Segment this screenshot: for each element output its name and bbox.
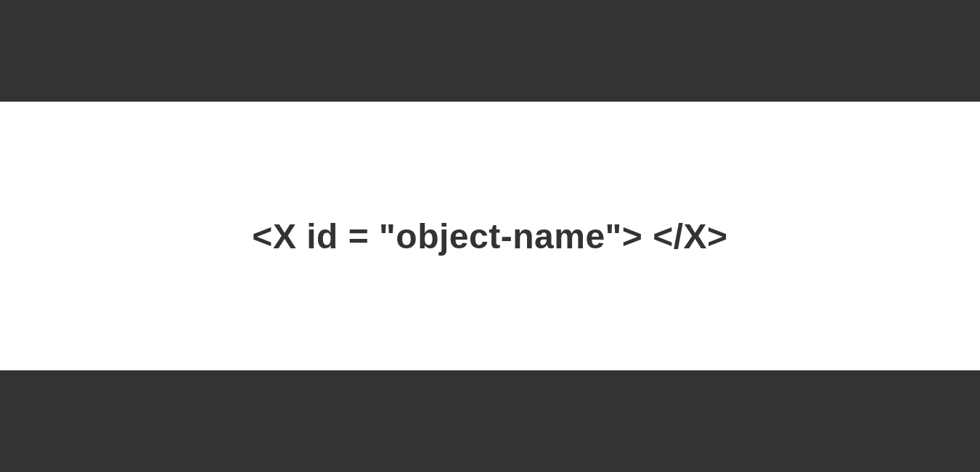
- code-snippet-text: <X id = "object-name"> </X>: [252, 216, 727, 256]
- content-area: <X id = "object-name"> </X>: [0, 102, 980, 370]
- bottom-dark-bar: [0, 370, 980, 472]
- top-dark-bar: [0, 0, 980, 102]
